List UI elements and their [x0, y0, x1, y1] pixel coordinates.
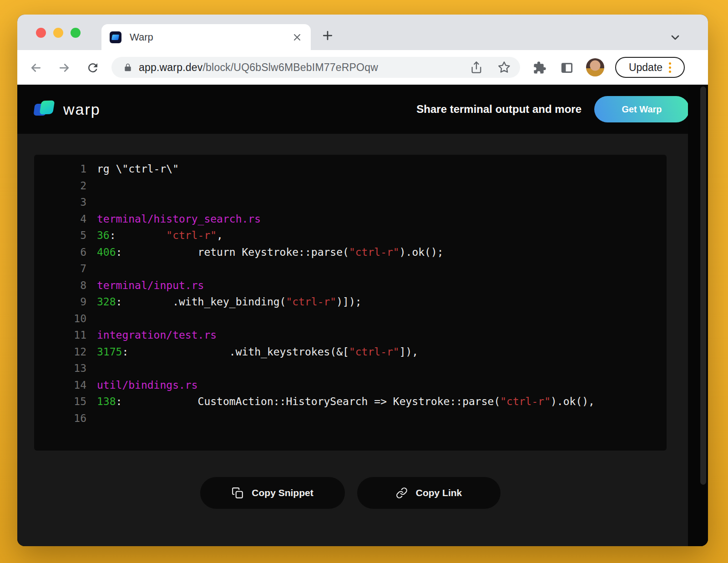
terminal-line-code: 3175: .with_keystrokes(&["ctrl-r"]), [97, 344, 418, 360]
terminal-line: 123175: .with_keystrokes(&["ctrl-r"]), [34, 344, 667, 360]
terminal-line: 1rg \"ctrl-r\" [34, 161, 667, 178]
terminal-line-number: 9 [34, 294, 86, 310]
terminal-line: 6406: return Keystroke::parse("ctrl-r").… [34, 244, 667, 261]
browser-tab-warp[interactable]: Warp [101, 24, 311, 50]
copy-snippet-label: Copy Snippet [252, 487, 313, 498]
terminal-line-number: 3 [34, 194, 86, 211]
reload-button[interactable] [86, 61, 100, 75]
terminal-line-number: 6 [34, 244, 86, 261]
terminal-line-number: 16 [34, 410, 86, 427]
profile-avatar[interactable] [586, 58, 604, 76]
warp-brand-wordmark: warp [63, 101, 101, 118]
copy-link-button[interactable]: Copy Link [357, 477, 500, 509]
terminal-lines: 1rg \"ctrl-r\"234terminal/history_search… [34, 161, 667, 426]
terminal-line-code: 36: "ctrl-r", [97, 227, 223, 244]
terminal-line-code: 406: return Keystroke::parse("ctrl-r").o… [97, 244, 444, 261]
window-zoom-button[interactable] [71, 28, 81, 38]
side-panel-icon[interactable] [560, 61, 574, 75]
new-tab-button[interactable] [321, 29, 334, 42]
scrollbar-thumb[interactable] [700, 86, 706, 485]
copy-link-label: Copy Link [416, 487, 462, 498]
desktop-background: Warp app.warp.dev/block/UQ6bSlw6MBebIM77… [0, 0, 728, 563]
terminal-line-code: integration/test.rs [97, 327, 217, 344]
page-content: 1rg \"ctrl-r\"234terminal/history_search… [17, 134, 708, 546]
terminal-line: 14util/bindings.rs [34, 377, 667, 394]
terminal-line-number: 10 [34, 310, 86, 327]
terminal-line-code: util/bindings.rs [97, 377, 198, 394]
extensions-puzzle-icon[interactable] [533, 61, 546, 75]
window-minimize-button[interactable] [53, 28, 63, 38]
terminal-line-number: 11 [34, 327, 86, 344]
share-icon[interactable] [470, 61, 483, 74]
terminal-line-number: 1 [34, 161, 86, 178]
warp-logo-icon [34, 100, 56, 119]
terminal-line-code: 138: CustomAction::HistorySearch => Keys… [97, 393, 595, 410]
terminal-line: 4terminal/history_search.rs [34, 211, 667, 228]
tab-title: Warp [130, 31, 153, 43]
terminal-line-code: terminal/history_search.rs [97, 211, 261, 228]
get-warp-button[interactable]: Get Warp [594, 96, 689, 122]
terminal-line-number: 7 [34, 260, 86, 277]
terminal-line: 10 [34, 310, 667, 327]
terminal-line-number: 2 [34, 178, 86, 194]
terminal-line: 15138: CustomAction::HistorySearch => Ke… [34, 393, 667, 410]
terminal-line: 7 [34, 260, 667, 277]
terminal-line-number: 14 [34, 377, 86, 394]
page-tagline: Share terminal output and more [416, 103, 581, 116]
bookmark-star-icon[interactable] [498, 61, 511, 74]
warp-favicon-icon [110, 31, 121, 43]
terminal-line: 9328: .with_key_binding("ctrl-r")]); [34, 294, 667, 310]
terminal-line: 3 [34, 194, 667, 211]
terminal-line-number: 5 [34, 227, 86, 244]
link-icon [396, 487, 408, 499]
update-label: Update [629, 61, 662, 74]
tabstrip-chevron-down-icon[interactable] [669, 31, 682, 44]
back-button[interactable] [29, 61, 43, 75]
terminal-line-number: 12 [34, 344, 86, 360]
address-bar[interactable]: app.warp.dev/block/UQ6bSlw6MBebIM77eRPOq… [111, 57, 520, 78]
url-path: /block/UQ6bSlw6MBebIM77eRPOqw [203, 61, 378, 73]
copy-icon [232, 487, 243, 499]
action-buttons-row: Copy Snippet Copy Link [17, 477, 708, 509]
terminal-line: 2 [34, 178, 667, 194]
terminal-line: 11integration/test.rs [34, 327, 667, 344]
terminal-line-code: rg \"ctrl-r\" [97, 161, 179, 178]
terminal-line-number: 8 [34, 277, 86, 294]
window-close-button[interactable] [36, 28, 46, 38]
copy-snippet-button[interactable]: Copy Snippet [200, 477, 345, 509]
terminal-line: 8terminal/input.rs [34, 277, 667, 294]
tab-close-icon[interactable] [292, 32, 303, 43]
terminal-line-number: 13 [34, 360, 86, 377]
terminal-line: 16 [34, 410, 667, 427]
terminal-line-number: 15 [34, 393, 86, 410]
terminal-line: 13 [34, 360, 667, 377]
terminal-line-code: terminal/input.rs [97, 277, 204, 294]
terminal-output-block: 1rg \"ctrl-r\"234terminal/history_search… [34, 155, 667, 451]
update-button[interactable]: Update [615, 57, 685, 78]
terminal-line: 536: "ctrl-r", [34, 227, 667, 244]
terminal-line-number: 4 [34, 211, 86, 228]
browser-toolbar: app.warp.dev/block/UQ6bSlw6MBebIM77eRPOq… [17, 50, 708, 85]
url-text: app.warp.dev/block/UQ6bSlw6MBebIM77eRPOq… [139, 61, 378, 74]
lock-icon [123, 63, 132, 72]
tab-strip: Warp [17, 15, 708, 50]
browser-window: Warp app.warp.dev/block/UQ6bSlw6MBebIM77… [17, 15, 708, 546]
forward-button[interactable] [57, 61, 71, 75]
kebab-menu-icon[interactable] [669, 62, 671, 73]
url-host: app.warp.dev [139, 61, 203, 73]
warp-page-header: warp Share terminal output and more Get … [17, 85, 708, 134]
terminal-line-code: 328: .with_key_binding("ctrl-r")]); [97, 294, 362, 310]
